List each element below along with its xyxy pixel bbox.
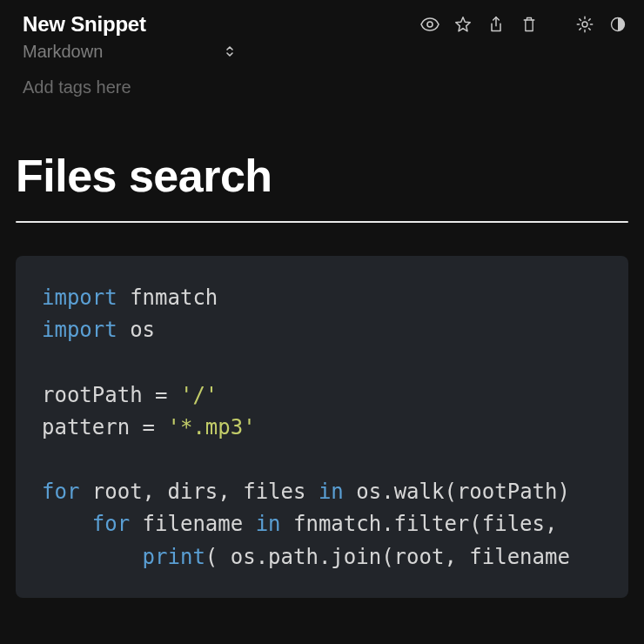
share-icon[interactable] — [486, 14, 506, 35]
star-icon[interactable] — [453, 14, 473, 35]
tags-input[interactable]: Add tags here — [23, 77, 621, 97]
language-selector[interactable]: Markdown — [23, 42, 419, 62]
document-heading: Files search — [16, 150, 628, 221]
language-label: Markdown — [23, 42, 103, 62]
toolbar — [419, 12, 628, 35]
divider — [16, 221, 628, 223]
snippet-title[interactable]: New Snippet — [23, 12, 419, 37]
theme-toggle-icon[interactable] — [607, 14, 628, 35]
preview-icon[interactable] — [419, 14, 440, 35]
code-block[interactable]: import fnmatch import os rootPath = '/' … — [16, 256, 628, 598]
gear-icon[interactable] — [574, 14, 595, 35]
svg-point-0 — [427, 22, 433, 27]
trash-icon[interactable] — [519, 14, 540, 35]
chevron-up-down-icon — [225, 44, 235, 58]
svg-point-1 — [582, 22, 587, 27]
